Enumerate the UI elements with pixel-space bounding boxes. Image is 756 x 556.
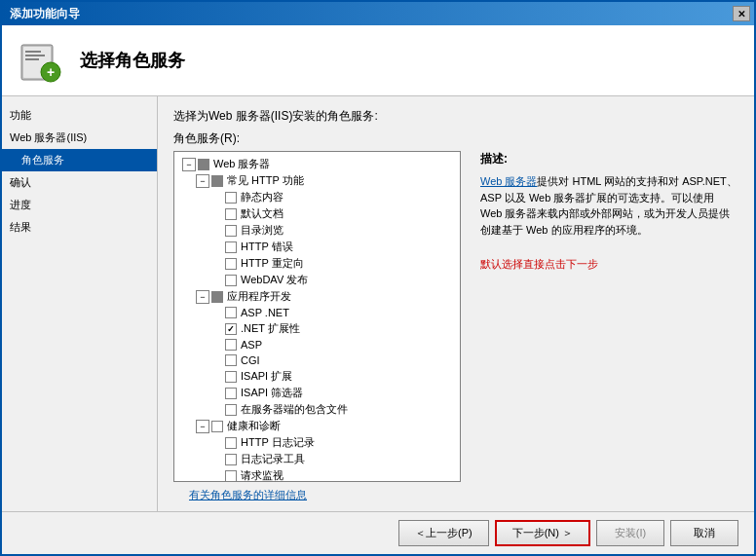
- tree-item-dir-browse[interactable]: 目录浏览: [174, 222, 460, 239]
- sidebar-item-progress[interactable]: 进度: [2, 194, 157, 216]
- expander-webdav: [209, 274, 223, 287]
- tree-label-asp: ASP: [241, 339, 262, 351]
- checkbox-http-log[interactable]: [225, 437, 237, 449]
- tree-label-log-tools: 日志记录工具: [241, 452, 305, 466]
- checkbox-net-ext[interactable]: [225, 323, 237, 335]
- sidebar-item-result[interactable]: 结果: [2, 216, 157, 239]
- expander-http-redirect: [209, 257, 223, 271]
- title-bar: 添加功能向导 ✕: [2, 2, 754, 25]
- tree-label-http-redirect: HTTP 重定向: [241, 256, 304, 271]
- tree-item-net-ext[interactable]: .NET 扩展性: [174, 320, 460, 337]
- sidebar-item-role-service[interactable]: 角色服务: [2, 149, 157, 171]
- tree-item-default-doc[interactable]: 默认文档: [174, 205, 460, 222]
- expander-health-diag[interactable]: [196, 420, 209, 433]
- checkbox-app-dev[interactable]: [211, 291, 223, 303]
- window-title: 添加功能向导: [10, 6, 80, 22]
- expander-app-dev[interactable]: [196, 290, 209, 304]
- sidebar: 功能 Web 服务器(IIS) 角色服务 确认 进度 结果: [2, 96, 158, 511]
- expander-common-http[interactable]: [196, 174, 209, 188]
- tree-label-dir-browse: 目录浏览: [241, 223, 284, 238]
- description-link[interactable]: Web 服务器: [480, 175, 537, 187]
- sidebar-item-web-server[interactable]: Web 服务器(IIS): [2, 127, 157, 149]
- note-text: 默认选择直接点击下一步: [480, 257, 738, 272]
- tree-label-default-doc: 默认文档: [241, 206, 284, 221]
- checkbox-asp[interactable]: [225, 339, 237, 351]
- checkbox-req-monitor[interactable]: [225, 470, 237, 482]
- svg-rect-3: [25, 55, 45, 56]
- expander-http-log: [209, 436, 223, 450]
- expander-isapi-filter: [209, 387, 223, 400]
- expander-asp: [209, 338, 223, 352]
- checkbox-webdav[interactable]: [225, 275, 237, 286]
- checkbox-dir-browse[interactable]: [225, 225, 237, 237]
- tree-item-isapi-filter[interactable]: ISAPI 筛选器: [174, 385, 460, 401]
- expander-asp-net: [209, 306, 223, 319]
- checkbox-server-side[interactable]: [225, 404, 237, 416]
- tree-label-health-diag: 健康和诊断: [227, 419, 281, 433]
- tree-item-http-redirect[interactable]: HTTP 重定向: [174, 255, 460, 272]
- role-tree-listbox[interactable]: Web 服务器 常见 HTTP 功能 静态内容: [173, 151, 461, 482]
- tree-item-server-side[interactable]: 在服务器端的包含文件: [174, 401, 460, 418]
- checkbox-http-redirect[interactable]: [225, 258, 237, 270]
- tree-item-isapi-ext[interactable]: ISAPI 扩展: [174, 368, 460, 385]
- checkbox-http-error[interactable]: [225, 241, 237, 253]
- tree-label-web-server: Web 服务器: [213, 157, 270, 171]
- tree-label-isapi-filter: ISAPI 筛选器: [241, 386, 303, 400]
- tree-item-http-log[interactable]: HTTP 日志记录: [174, 434, 460, 451]
- tree-item-health-diag[interactable]: 健康和诊断: [174, 418, 460, 434]
- tree-item-req-monitor[interactable]: 请求监视: [174, 467, 460, 482]
- bottom-link[interactable]: 有关角色服务的详细信息: [189, 489, 307, 500]
- title-controls: ✕: [733, 6, 750, 21]
- checkbox-health-diag[interactable]: [211, 421, 223, 432]
- tree-label-asp-net: ASP .NET: [241, 307, 289, 318]
- tree-label-isapi-ext: ISAPI 扩展: [241, 369, 292, 384]
- back-button[interactable]: ＜上一步(P): [398, 520, 489, 546]
- tree-item-asp[interactable]: ASP: [174, 337, 460, 352]
- checkbox-isapi-ext[interactable]: [225, 371, 237, 383]
- checkbox-cgi[interactable]: [225, 354, 237, 366]
- checkbox-static[interactable]: [225, 192, 237, 204]
- checkbox-web-server[interactable]: [198, 159, 209, 170]
- tree-item-log-tools[interactable]: 日志记录工具: [174, 451, 460, 467]
- header: + 选择角色服务: [2, 25, 754, 96]
- description-title: 描述:: [480, 151, 738, 167]
- tree-item-app-dev[interactable]: 应用程序开发: [174, 288, 460, 305]
- tree-item-http-error[interactable]: HTTP 错误: [174, 239, 460, 255]
- expander-cgi: [209, 353, 223, 367]
- expander-web-server[interactable]: [182, 158, 196, 171]
- tree-label-cgi: CGI: [241, 354, 260, 366]
- role-label: 角色服务(R):: [173, 130, 738, 147]
- footer: ＜上一步(P) 下一步(N) ＞ 安装(I) 取消: [2, 511, 754, 554]
- bottom-link-area: 有关角色服务的详细信息: [173, 482, 738, 508]
- expander-net-ext: [209, 322, 223, 336]
- tree-label-http-log: HTTP 日志记录: [241, 435, 315, 450]
- expander-static: [209, 191, 223, 204]
- install-button[interactable]: 安装(I): [596, 520, 664, 546]
- tree-label-app-dev: 应用程序开发: [227, 289, 291, 304]
- expander-http-error: [209, 241, 223, 254]
- list-box-container: Web 服务器 常见 HTTP 功能 静态内容: [173, 151, 738, 482]
- tree-item-asp-net[interactable]: ASP .NET: [174, 305, 460, 320]
- close-button[interactable]: ✕: [733, 6, 750, 21]
- checkbox-asp-net[interactable]: [225, 307, 237, 318]
- cancel-button[interactable]: 取消: [670, 520, 738, 546]
- tree-item-webdav[interactable]: WebDAV 发布: [174, 272, 460, 288]
- tree-label-webdav: WebDAV 发布: [241, 273, 308, 287]
- checkbox-default-doc[interactable]: [225, 208, 237, 220]
- sidebar-item-confirm[interactable]: 确认: [2, 171, 157, 194]
- tree-label-net-ext: .NET 扩展性: [241, 321, 300, 336]
- tree-item-common-http[interactable]: 常见 HTTP 功能: [174, 172, 460, 189]
- checkbox-log-tools[interactable]: [225, 454, 237, 465]
- tree-item-cgi[interactable]: CGI: [174, 352, 460, 368]
- tree-label-static: 静态内容: [241, 190, 284, 204]
- checkbox-common-http[interactable]: [211, 175, 223, 187]
- tree-item-web-server[interactable]: Web 服务器: [174, 156, 460, 172]
- content-area: 功能 Web 服务器(IIS) 角色服务 确认 进度 结果: [2, 96, 754, 511]
- expander-server-side: [209, 403, 223, 417]
- tree-label-common-http: 常见 HTTP 功能: [227, 173, 304, 188]
- svg-rect-2: [25, 51, 41, 53]
- tree-item-static-content[interactable]: 静态内容: [174, 189, 460, 205]
- expander-log-tools: [209, 453, 223, 466]
- next-button[interactable]: 下一步(N) ＞: [495, 520, 590, 546]
- checkbox-isapi-filter[interactable]: [225, 388, 237, 399]
